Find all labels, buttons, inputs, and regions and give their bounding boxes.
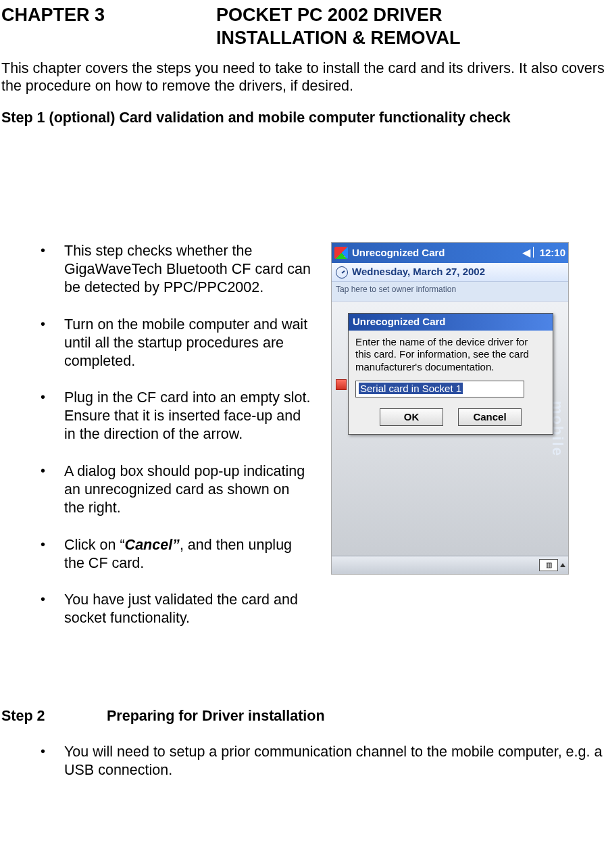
- bullet-item: A dialog box should pop-up indicating an…: [41, 462, 311, 517]
- chapter-title-line2: INSTALLATION & REMOVAL: [216, 28, 460, 48]
- dialog-body: Enter the name of the device driver for …: [349, 331, 553, 407]
- clock-icon: [336, 266, 348, 279]
- keyboard-icon[interactable]: ▥: [539, 559, 558, 571]
- topbar-clock: 12:10: [540, 247, 565, 260]
- dialog-button-row: OK Cancel: [349, 407, 553, 435]
- driver-name-value: Serial card in Socket 1: [359, 383, 463, 394]
- ok-button[interactable]: OK: [380, 408, 443, 427]
- step2-heading: Step 2 Preparing for Driver installation: [1, 707, 605, 725]
- bullet-item: You have just validated the card and soc…: [41, 591, 311, 627]
- bullet-emphasis: Cancel”: [125, 537, 180, 553]
- bullet-item: You will need to setup a prior communica…: [41, 743, 605, 779]
- bullet-item: This step checks whether the GigaWaveTec…: [41, 242, 311, 297]
- chapter-label: CHAPTER 3: [1, 4, 216, 50]
- unrecognized-card-dialog: Unrecognized Card Enter the name of the …: [348, 313, 553, 435]
- pocketpc-frame: Unrecognized Card ◀￨ 12:10 Wednesday, Ma…: [331, 242, 569, 575]
- chapter-title: POCKET PC 2002 DRIVER INSTALLATION & REM…: [216, 4, 605, 50]
- dialog-message: Enter the name of the device driver for …: [355, 336, 546, 374]
- sip-arrow-icon[interactable]: [560, 563, 565, 567]
- step2-title: Preparing for Driver installation: [107, 708, 325, 724]
- step1-heading: Step 1 (optional) Card validation and mo…: [1, 109, 605, 127]
- topbar-title: Unrecognized Card: [352, 247, 518, 260]
- pocketpc-body: Tap here to set owner information mobile…: [332, 282, 568, 556]
- bullet-item: Turn on the mobile computer and wait unt…: [41, 316, 311, 370]
- pocketpc-screenshot-wrapper: Unrecognized Card ◀￨ 12:10 Wednesday, Ma…: [324, 242, 576, 646]
- bullet-item: Plug in the CF card into an empty slot. …: [41, 389, 311, 443]
- document-page: CHAPTER 3 POCKET PC 2002 DRIVER INSTALLA…: [0, 0, 606, 793]
- datebar-text: Wednesday, March 27, 2002: [352, 266, 485, 279]
- step2-bullets: You will need to setup a prior communica…: [1, 743, 605, 779]
- step1-bullets: This step checks whether the GigaWaveTec…: [1, 242, 311, 646]
- pocketpc-bottombar: ▥: [332, 556, 568, 574]
- chapter-header: CHAPTER 3 POCKET PC 2002 DRIVER INSTALLA…: [1, 4, 605, 50]
- step2-label: Step 2: [1, 707, 103, 725]
- cancel-button[interactable]: Cancel: [458, 408, 522, 427]
- pocketpc-topbar: Unrecognized Card ◀￨ 12:10: [332, 243, 568, 263]
- bullet-item: Click on “Cancel”, and then unplug the C…: [41, 536, 311, 573]
- pocketpc-datebar: Wednesday, March 27, 2002: [332, 263, 568, 282]
- alert-square-icon: [336, 379, 347, 390]
- driver-name-input[interactable]: Serial card in Socket 1: [355, 381, 524, 397]
- step1-content: This step checks whether the GigaWaveTec…: [1, 242, 605, 646]
- owner-info-strip[interactable]: Tap here to set owner information: [332, 282, 568, 302]
- dialog-titlebar: Unrecognized Card: [349, 314, 553, 331]
- bullet-prefix: Click on “: [64, 537, 125, 553]
- speaker-icon[interactable]: ◀￨: [522, 246, 536, 260]
- windows-flag-icon[interactable]: [334, 247, 348, 259]
- step2-section: Step 2 Preparing for Driver installation…: [1, 707, 605, 779]
- intro-paragraph: This chapter covers the steps you need t…: [1, 59, 605, 96]
- body-watermark: mobile: [552, 322, 567, 535]
- chapter-title-line1: POCKET PC 2002 DRIVER: [216, 5, 443, 25]
